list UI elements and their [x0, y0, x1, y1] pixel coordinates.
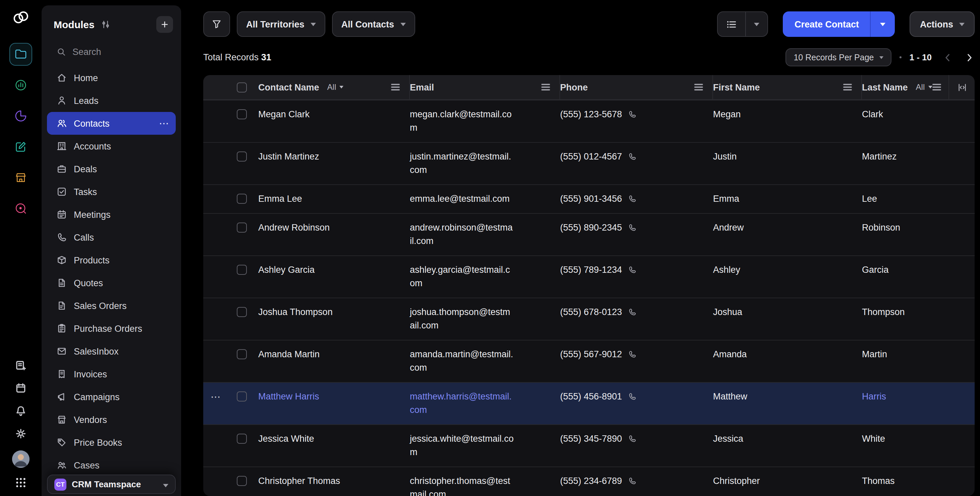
call-icon[interactable]	[628, 152, 637, 161]
email-cell[interactable]: ashley.garcia@testmail.com	[410, 263, 514, 290]
more-options-icon[interactable]: ⋯	[159, 120, 169, 127]
contact-name-cell[interactable]: Amanda Martin	[258, 341, 410, 369]
table-row[interactable]: ⋯ Jessica White jessica.white@testmail.c…	[203, 424, 975, 466]
select-all-checkbox[interactable]	[237, 82, 247, 92]
sidebar-item[interactable]: Home ⋯	[47, 67, 176, 89]
table-row[interactable]: ⋯ Amanda Martin amanda.martin@testmail.c…	[203, 340, 975, 382]
column-menu-icon[interactable]	[843, 84, 852, 90]
sidebar-item[interactable]: Products ⋯	[47, 249, 176, 271]
contact-name-quick-filter[interactable]: All	[327, 82, 344, 92]
column-menu-icon[interactable]	[541, 84, 550, 90]
next-page-button[interactable]	[964, 52, 975, 63]
territory-filter-dropdown[interactable]: All Territories	[237, 11, 325, 37]
row-checkbox[interactable]	[237, 109, 247, 119]
teamspace-switcher[interactable]: CT CRM Teamspace	[47, 475, 176, 494]
user-avatar[interactable]	[12, 450, 30, 468]
sidebar-item[interactable]: Campaigns ⋯	[47, 385, 176, 408]
email-cell[interactable]: andrew.robinson@testmail.com	[410, 221, 514, 248]
previous-page-button[interactable]	[942, 52, 953, 63]
sidebar-item[interactable]: Deals ⋯	[47, 157, 176, 180]
contact-name-cell[interactable]: Matthew Harris	[258, 383, 410, 411]
sidebar-item[interactable]: Tasks ⋯	[47, 180, 176, 203]
note-add-icon[interactable]	[15, 359, 27, 373]
sidebar-item[interactable]: Sales Orders ⋯	[47, 294, 176, 317]
calendar-icon[interactable]	[15, 382, 27, 396]
call-icon[interactable]	[628, 434, 637, 443]
bell-icon[interactable]	[15, 405, 27, 419]
sidebar-item[interactable]: Accounts ⋯	[47, 135, 176, 157]
column-menu-icon[interactable]	[391, 84, 400, 90]
email-cell[interactable]: christopher.thomas@testmail.com	[410, 475, 514, 496]
table-row[interactable]: ⋯ Ashley Garcia ashley.garcia@testmail.c…	[203, 255, 975, 298]
sidebar-item[interactable]: Calls ⋯	[47, 226, 176, 249]
contact-name-cell[interactable]: Emma Lee	[258, 185, 410, 213]
files-app-icon[interactable]	[10, 43, 32, 66]
table-row[interactable]: ⋯ Andrew Robinson andrew.robinson@testma…	[203, 213, 975, 255]
call-icon[interactable]	[628, 223, 637, 232]
table-row[interactable]: ⋯ Christopher Thomas christopher.thomas@…	[203, 466, 975, 496]
last-name-quick-filter[interactable]: All	[916, 82, 932, 92]
contact-name-cell[interactable]: Justin Martinez	[258, 143, 410, 171]
table-row[interactable]: ⋯ Megan Clark megan.clark@testmail.com (…	[203, 100, 975, 142]
email-cell[interactable]: matthew.harris@testmail.com	[410, 390, 514, 417]
contact-name-cell[interactable]: Andrew Robinson	[258, 214, 410, 242]
column-menu-icon[interactable]	[932, 84, 941, 90]
row-checkbox[interactable]	[237, 222, 247, 233]
sidebar-item[interactable]: Purchase Orders ⋯	[47, 317, 176, 340]
column-header-email[interactable]: Email	[410, 82, 434, 92]
module-search[interactable]: Search	[41, 45, 181, 58]
contact-name-cell[interactable]: Megan Clark	[258, 101, 410, 129]
call-icon[interactable]	[628, 477, 637, 485]
create-contact-menu-button[interactable]	[871, 11, 895, 37]
compose-app-icon[interactable]	[10, 135, 32, 158]
email-cell[interactable]: emma.lee@testmail.com	[410, 192, 514, 206]
row-checkbox[interactable]	[237, 194, 247, 204]
row-checkbox[interactable]	[237, 307, 247, 317]
view-mode-selector[interactable]	[718, 11, 768, 37]
contact-name-cell[interactable]: Joshua Thompson	[258, 298, 410, 326]
sidebar-item[interactable]: Invoices ⋯	[47, 363, 176, 385]
call-icon[interactable]	[628, 392, 637, 401]
last-name-cell[interactable]: Clark	[862, 101, 975, 129]
sidebar-item[interactable]: Leads ⋯	[47, 89, 176, 112]
email-cell[interactable]: megan.clark@testmail.com	[410, 108, 514, 135]
table-row[interactable]: ⋯ Joshua Thompson joshua.thompson@testma…	[203, 298, 975, 340]
contact-name-cell[interactable]: Jessica White	[258, 425, 410, 453]
column-menu-icon[interactable]	[694, 84, 703, 90]
last-name-cell[interactable]: Thomas	[862, 467, 975, 495]
module-settings-icon[interactable]	[100, 19, 111, 30]
contact-name-cell[interactable]: Ashley Garcia	[258, 256, 410, 284]
sidebar-item[interactable]: Meetings ⋯	[47, 203, 176, 226]
contact-name-cell[interactable]: Christopher Thomas	[258, 467, 410, 495]
add-module-button[interactable]	[156, 16, 173, 33]
records-per-page-dropdown[interactable]: 10 Records Per Page	[786, 48, 891, 67]
last-name-cell[interactable]: Thompson	[862, 298, 975, 326]
sidebar-item[interactable]: Price Books ⋯	[47, 431, 176, 454]
email-cell[interactable]: jessica.white@testmail.com	[410, 432, 514, 459]
email-cell[interactable]: amanda.martin@testmail.com	[410, 348, 514, 375]
marketplace-app-icon[interactable]	[10, 166, 32, 189]
create-contact-button[interactable]: Create Contact	[783, 11, 870, 37]
app-grid-icon[interactable]	[15, 477, 27, 491]
last-name-cell[interactable]: Harris	[862, 383, 975, 411]
sidebar-item[interactable]: Quotes ⋯	[47, 271, 176, 294]
sidebar-item[interactable]: SalesInbox ⋯	[47, 340, 176, 363]
row-actions-icon[interactable]: ⋯	[211, 391, 221, 402]
explore-app-icon[interactable]	[10, 197, 32, 220]
row-checkbox[interactable]	[237, 152, 247, 162]
column-customize-icon[interactable]	[949, 75, 975, 99]
row-checkbox[interactable]	[237, 349, 247, 359]
actions-dropdown[interactable]: Actions	[910, 11, 975, 37]
last-name-cell[interactable]: Lee	[862, 185, 975, 213]
row-checkbox[interactable]	[237, 476, 247, 486]
last-name-cell[interactable]: Robinson	[862, 214, 975, 242]
column-header-first-name[interactable]: First Name	[713, 82, 760, 92]
table-row[interactable]: ⋯ Justin Martinez justin.martinez@testma…	[203, 142, 975, 184]
call-icon[interactable]	[628, 307, 637, 316]
list-view-filter-dropdown[interactable]: All Contacts	[332, 11, 415, 37]
call-icon[interactable]	[628, 194, 637, 203]
table-row[interactable]: ⋯ Emma Lee emma.lee@testmail.com (555) 9…	[203, 184, 975, 213]
column-header-contact-name[interactable]: Contact Name	[258, 82, 319, 92]
crm-logo-icon[interactable]	[12, 9, 30, 28]
gear-icon[interactable]	[15, 428, 27, 442]
